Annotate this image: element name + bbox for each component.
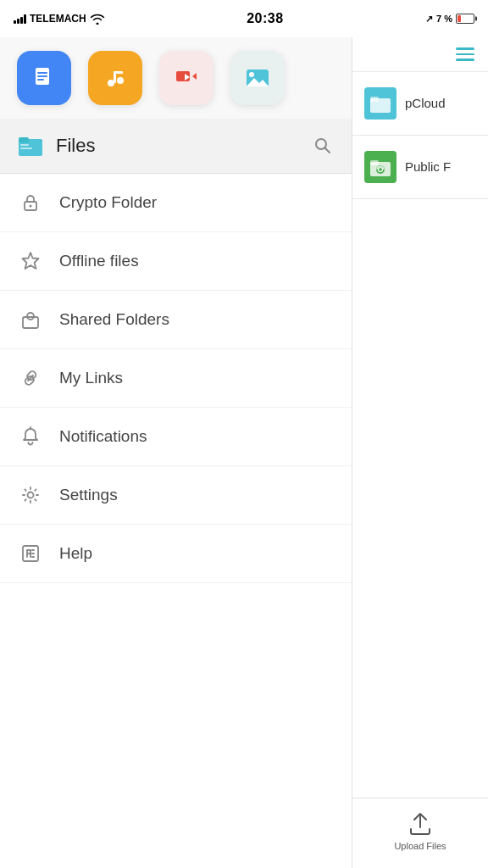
pcloud-folder-name: pCloud bbox=[405, 96, 446, 110]
hamburger-line-2 bbox=[456, 53, 474, 56]
upload-label: Upload Files bbox=[394, 841, 446, 851]
svg-marker-9 bbox=[192, 73, 197, 80]
bell-icon bbox=[17, 423, 44, 450]
status-left: TELEMACH bbox=[14, 13, 105, 25]
menu-item-shared[interactable]: Shared Folders bbox=[0, 291, 352, 349]
svg-point-4 bbox=[108, 80, 114, 86]
status-right: ↗ 7 % bbox=[425, 14, 474, 25]
link-icon bbox=[17, 364, 44, 392]
public-folder-icon bbox=[364, 151, 396, 183]
files-header: Files bbox=[0, 119, 352, 174]
right-panel: pCloud Public F bbox=[352, 37, 488, 868]
folder-item-pcloud[interactable]: pCloud bbox=[352, 72, 488, 136]
folder-item-public[interactable]: Public F bbox=[352, 136, 488, 199]
svg-rect-7 bbox=[114, 71, 123, 74]
svg-point-27 bbox=[28, 492, 34, 498]
svg-point-5 bbox=[117, 77, 124, 84]
files-icon bbox=[17, 132, 44, 159]
public-folder-name: Public F bbox=[405, 159, 451, 174]
menu-item-help[interactable]: Help bbox=[0, 525, 352, 583]
svg-rect-3 bbox=[37, 79, 44, 81]
hamburger-line-3 bbox=[456, 58, 474, 61]
main-container: Files Crypto Folder bbox=[0, 37, 488, 868]
battery-indicator bbox=[456, 14, 474, 24]
svg-point-12 bbox=[249, 72, 254, 77]
svg-rect-37 bbox=[370, 97, 379, 102]
svg-rect-1 bbox=[37, 72, 47, 74]
svg-line-19 bbox=[325, 148, 330, 153]
menu-item-settings[interactable]: Settings bbox=[0, 466, 352, 525]
right-header bbox=[352, 37, 488, 72]
upload-icon bbox=[407, 810, 434, 837]
star-icon bbox=[17, 248, 44, 275]
settings-label: Settings bbox=[59, 486, 118, 504]
gear-icon bbox=[17, 481, 44, 509]
menu-list: Crypto Folder Offline files bbox=[0, 174, 352, 868]
svg-rect-16 bbox=[20, 144, 29, 146]
location-icon: ↗ bbox=[425, 14, 433, 25]
crypto-folder-label: Crypto Folder bbox=[59, 193, 157, 212]
app-icon-docs[interactable] bbox=[17, 51, 71, 105]
offline-files-label: Offline files bbox=[59, 252, 139, 270]
svg-rect-15 bbox=[19, 137, 29, 142]
svg-marker-22 bbox=[23, 253, 39, 269]
svg-rect-2 bbox=[37, 75, 47, 77]
app-icon-music[interactable] bbox=[88, 51, 142, 105]
battery-percent: 7 % bbox=[436, 14, 452, 24]
upload-footer[interactable]: Upload Files bbox=[352, 798, 488, 868]
battery-fill bbox=[458, 15, 461, 22]
app-icon-photos[interactable] bbox=[230, 51, 285, 105]
hamburger-line-1 bbox=[456, 47, 474, 50]
folder-list: pCloud Public F bbox=[352, 72, 488, 798]
menu-item-links[interactable]: My Links bbox=[0, 349, 352, 408]
status-bar: TELEMACH 20:38 ↗ 7 % bbox=[0, 0, 488, 37]
pcloud-folder-icon bbox=[364, 87, 396, 120]
notifications-label: Notifications bbox=[59, 427, 147, 446]
wifi-icon bbox=[90, 13, 105, 25]
status-time: 20:38 bbox=[247, 11, 283, 26]
person-icon bbox=[17, 306, 44, 333]
svg-point-21 bbox=[30, 205, 32, 208]
battery-container bbox=[456, 14, 474, 24]
menu-item-notifications[interactable]: Notifications bbox=[0, 408, 352, 466]
svg-rect-23 bbox=[23, 317, 38, 328]
search-button[interactable] bbox=[311, 134, 335, 158]
app-icons-row bbox=[0, 37, 352, 119]
signal-bars bbox=[14, 14, 26, 24]
lock-icon bbox=[17, 189, 44, 216]
svg-rect-39 bbox=[370, 160, 379, 165]
svg-point-24 bbox=[27, 313, 34, 320]
shared-folders-label: Shared Folders bbox=[59, 310, 169, 329]
menu-item-crypto[interactable]: Crypto Folder bbox=[0, 174, 352, 232]
my-links-label: My Links bbox=[59, 369, 123, 387]
app-icon-video[interactable] bbox=[159, 51, 214, 105]
left-panel: Files Crypto Folder bbox=[0, 37, 352, 868]
svg-rect-17 bbox=[20, 147, 32, 149]
files-title: Files bbox=[56, 135, 311, 157]
carrier-name: TELEMACH bbox=[30, 13, 86, 25]
help-icon bbox=[17, 540, 44, 567]
menu-item-offline[interactable]: Offline files bbox=[0, 232, 352, 291]
help-label: Help bbox=[59, 544, 92, 563]
hamburger-menu[interactable] bbox=[456, 47, 474, 61]
